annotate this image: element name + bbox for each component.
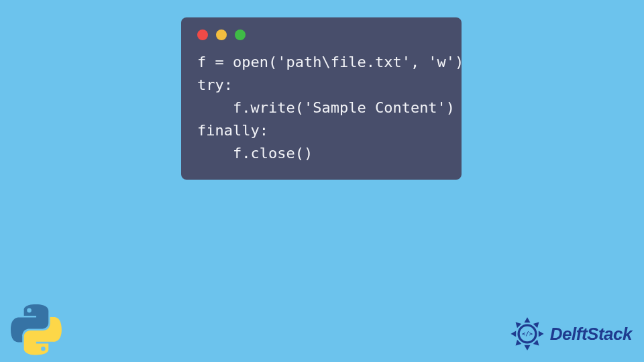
brand-name: DelftStack xyxy=(550,324,632,345)
svg-marker-5 xyxy=(513,340,521,348)
close-dot-icon xyxy=(197,29,208,40)
code-line: f.close() xyxy=(197,145,313,162)
window-controls xyxy=(197,29,445,40)
svg-marker-2 xyxy=(511,331,516,337)
minimize-dot-icon xyxy=(216,29,227,40)
svg-marker-6 xyxy=(513,320,521,328)
code-block: f = open('path\file.txt', 'w') try: f.wr… xyxy=(197,51,445,165)
python-logo-icon xyxy=(11,304,62,355)
delftstack-badge-icon: </> xyxy=(508,315,546,353)
svg-marker-1 xyxy=(524,345,530,351)
code-line: try: xyxy=(197,76,233,93)
code-line: finally: xyxy=(197,122,268,139)
svg-marker-4 xyxy=(533,320,541,328)
maximize-dot-icon xyxy=(235,29,246,40)
svg-marker-3 xyxy=(539,331,544,337)
brand-logo: </> DelftStack xyxy=(508,315,632,353)
svg-marker-7 xyxy=(533,340,541,348)
svg-text:</>: </> xyxy=(522,330,533,337)
code-line: f = open('path\file.txt', 'w') xyxy=(197,54,464,70)
code-line: f.write('Sample Content') xyxy=(197,99,455,116)
code-card: f = open('path\file.txt', 'w') try: f.wr… xyxy=(181,17,462,180)
svg-marker-0 xyxy=(524,317,530,322)
